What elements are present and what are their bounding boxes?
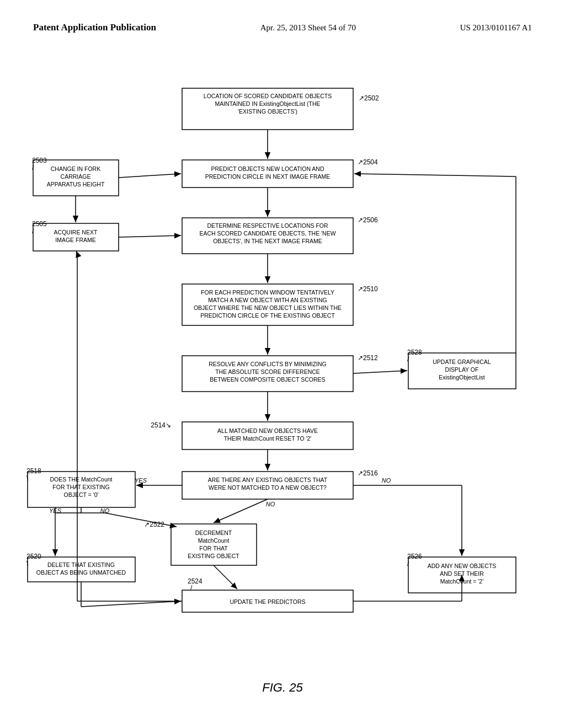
svg-text:YES: YES [135,477,147,484]
svg-text:THE ABSOLUTE SCORE DIFFERENCE: THE ABSOLUTE SCORE DIFFERENCE [215,368,320,375]
svg-line-107 [354,174,516,176]
publication-number: US 2013/0101167 A1 [460,23,532,33]
svg-text:APPARATUS HEIGHT: APPARATUS HEIGHT [47,181,105,188]
figure-label: FIG. 25 [0,681,565,695]
svg-text:OBJECT WHERE THE NEW OBJECT LI: OBJECT WHERE THE NEW OBJECT LIES WITHIN … [194,304,342,311]
svg-text:DELETE THAT EXISTING: DELETE THAT EXISTING [47,561,115,568]
svg-text:BETWEEN COMPOSITE OBJECT SCORE: BETWEEN COMPOSITE OBJECT SCORES [210,376,325,383]
diagram-area: LOCATION OF SCORED CANDIDATE OBJECTS MAI… [0,77,565,684]
svg-text:ExistingObjectList: ExistingObjectList [439,374,485,381]
svg-text:↗2512: ↗2512 [358,354,378,362]
svg-text:LOCATION OF SCORED CANDIDATE O: LOCATION OF SCORED CANDIDATE OBJECTS [204,93,332,99]
svg-text:2514↘: 2514↘ [151,421,171,429]
svg-line-87 [353,371,407,373]
svg-text:WERE NOT MATCHED TO A NEW OBJE: WERE NOT MATCHED TO A NEW OBJECT? [209,484,327,491]
svg-text:2518: 2518 [26,467,41,475]
svg-text:PREDICTION CIRCLE IN NEXT IMAG: PREDICTION CIRCLE IN NEXT IMAGE FRAME [205,173,331,180]
publication-date-sheet: Apr. 25, 2013 Sheet 54 of 70 [260,23,356,33]
svg-line-97 [105,513,177,527]
page-header: Patent Application Publication Apr. 25, … [0,0,565,33]
svg-text:↗2510: ↗2510 [358,285,378,293]
svg-line-98 [214,565,237,589]
svg-text:DECREMENT: DECREMENT [195,529,232,536]
svg-text:OBJECT AS BEING UNMATCHED: OBJECT AS BEING UNMATCHED [36,569,126,576]
svg-text:2505: 2505 [32,220,47,228]
flowchart-svg: LOCATION OF SCORED CANDIDATE OBJECTS MAI… [0,77,565,656]
svg-line-100 [81,601,181,607]
svg-text:ALL MATCHED NEW OBJECTS HAVE: ALL MATCHED NEW OBJECTS HAVE [217,427,318,434]
svg-text:EXISTING OBJECT: EXISTING OBJECT [188,553,239,559]
publication-title: Patent Application Publication [33,22,156,33]
svg-text:IMAGE FRAME: IMAGE FRAME [55,237,96,243]
svg-line-84 [119,235,181,237]
svg-text:UPDATE GRAPHICAL: UPDATE GRAPHICAL [433,358,491,365]
svg-text:ARE THERE ANY EXISTING OBJECTS: ARE THERE ANY EXISTING OBJECTS THAT [208,477,328,483]
svg-text:↗2506: ↗2506 [358,216,378,224]
svg-line-91 [214,499,268,523]
svg-text:PREDICTION CIRCLE OF THE EXIST: PREDICTION CIRCLE OF THE EXISTING OBJECT [200,312,335,319]
svg-text:↗2504: ↗2504 [358,158,378,166]
svg-text:DETERMINE RESPECTIVE LOCATIONS: DETERMINE RESPECTIVE LOCATIONS FOR [207,222,328,229]
svg-text:2528: 2528 [407,349,422,356]
svg-text:OBJECT = '0': OBJECT = '0' [63,491,98,498]
svg-text:MatchCount: MatchCount [198,537,230,544]
svg-text:UPDATE THE PREDICTORS: UPDATE THE PREDICTORS [230,598,305,605]
svg-text:THEIR MatchCount RESET TO '2': THEIR MatchCount RESET TO '2' [224,435,312,442]
svg-text:ACQUIRE NEXT: ACQUIRE NEXT [54,229,98,235]
svg-text:OBJECTS', IN THE NEXT IMAGE FR: OBJECTS', IN THE NEXT IMAGE FRAME [213,238,322,244]
svg-text:2503: 2503 [32,157,47,164]
svg-text:DOES THE MatchCount: DOES THE MatchCount [50,476,112,483]
svg-text:MAINTAINED IN ExistingObjectLi: MAINTAINED IN ExistingObjectList (THE [215,100,320,107]
svg-text:2526: 2526 [407,553,422,560]
svg-text:↗2522: ↗2522 [144,521,164,528]
svg-text:NO: NO [382,477,391,484]
svg-text:EACH SCORED CANDIDATE OBJECTS,: EACH SCORED CANDIDATE OBJECTS, THE 'NEW [199,230,335,237]
svg-text:NO: NO [266,501,275,507]
svg-text:MATCH A NEW OBJECT WITH AN EXI: MATCH A NEW OBJECT WITH AN EXISTING [208,297,327,303]
svg-text:FOR EACH PREDICTION WINDOW TEN: FOR EACH PREDICTION WINDOW TENTATIVELY [201,289,334,296]
svg-text:CHANGE IN FORK: CHANGE IN FORK [51,165,100,172]
svg-line-81 [119,174,181,178]
svg-text:'EXISTING OBJECTS'): 'EXISTING OBJECTS') [238,108,297,115]
svg-text:PREDICT OBJECTS NEW LOCATION A: PREDICT OBJECTS NEW LOCATION AND [211,165,324,172]
svg-text:FOR THAT EXISTING: FOR THAT EXISTING [52,484,109,490]
svg-text:ADD ANY NEW OBJECTS: ADD ANY NEW OBJECTS [428,563,497,569]
svg-text:FOR THAT: FOR THAT [199,545,228,552]
svg-text:↗2516: ↗2516 [358,469,378,477]
svg-text:RESOLVE ANY CONFLICTS BY MINIM: RESOLVE ANY CONFLICTS BY MINIMIZING [209,361,327,367]
svg-text:2520: 2520 [26,553,41,560]
svg-text:DISPLAY OF: DISPLAY OF [445,366,479,373]
svg-text:↗2502: ↗2502 [359,94,379,102]
svg-text:CARRIAGE: CARRIAGE [61,173,91,180]
